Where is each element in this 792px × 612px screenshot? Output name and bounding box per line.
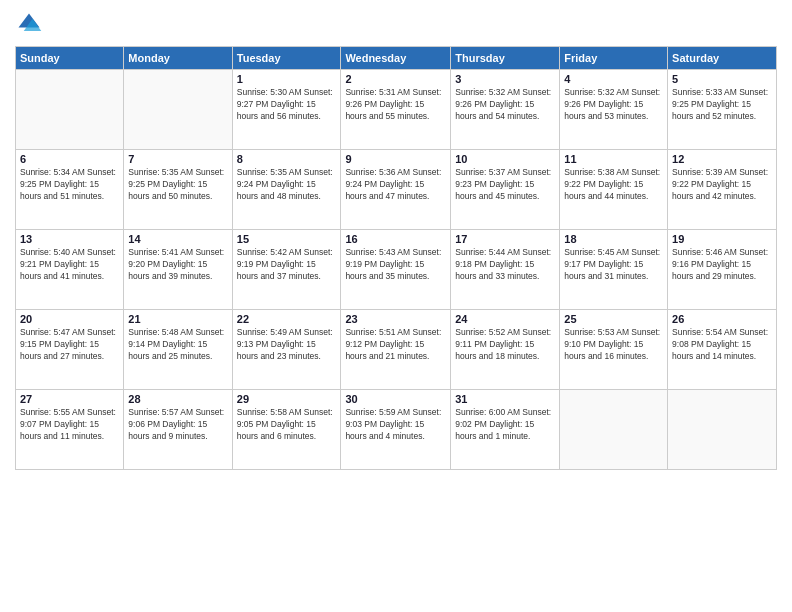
day-info: Sunrise: 5:34 AM Sunset: 9:25 PM Dayligh… <box>20 167 119 203</box>
logo <box>15 10 47 38</box>
calendar-cell: 10Sunrise: 5:37 AM Sunset: 9:23 PM Dayli… <box>451 150 560 230</box>
calendar-cell: 13Sunrise: 5:40 AM Sunset: 9:21 PM Dayli… <box>16 230 124 310</box>
day-info: Sunrise: 5:39 AM Sunset: 9:22 PM Dayligh… <box>672 167 772 203</box>
calendar-weekday-wednesday: Wednesday <box>341 47 451 70</box>
day-number: 21 <box>128 313 227 325</box>
calendar-weekday-tuesday: Tuesday <box>232 47 341 70</box>
day-number: 22 <box>237 313 337 325</box>
calendar-cell: 19Sunrise: 5:46 AM Sunset: 9:16 PM Dayli… <box>668 230 777 310</box>
day-info: Sunrise: 5:44 AM Sunset: 9:18 PM Dayligh… <box>455 247 555 283</box>
day-number: 4 <box>564 73 663 85</box>
day-number: 24 <box>455 313 555 325</box>
calendar-cell <box>560 390 668 470</box>
calendar-cell: 23Sunrise: 5:51 AM Sunset: 9:12 PM Dayli… <box>341 310 451 390</box>
day-number: 9 <box>345 153 446 165</box>
day-number: 10 <box>455 153 555 165</box>
calendar-weekday-sunday: Sunday <box>16 47 124 70</box>
calendar-cell: 21Sunrise: 5:48 AM Sunset: 9:14 PM Dayli… <box>124 310 232 390</box>
calendar-cell: 27Sunrise: 5:55 AM Sunset: 9:07 PM Dayli… <box>16 390 124 470</box>
calendar-cell: 9Sunrise: 5:36 AM Sunset: 9:24 PM Daylig… <box>341 150 451 230</box>
day-number: 3 <box>455 73 555 85</box>
logo-icon <box>15 10 43 38</box>
calendar-cell: 12Sunrise: 5:39 AM Sunset: 9:22 PM Dayli… <box>668 150 777 230</box>
day-info: Sunrise: 5:47 AM Sunset: 9:15 PM Dayligh… <box>20 327 119 363</box>
day-number: 8 <box>237 153 337 165</box>
calendar-week-row: 20Sunrise: 5:47 AM Sunset: 9:15 PM Dayli… <box>16 310 777 390</box>
calendar-cell: 7Sunrise: 5:35 AM Sunset: 9:25 PM Daylig… <box>124 150 232 230</box>
day-info: Sunrise: 5:46 AM Sunset: 9:16 PM Dayligh… <box>672 247 772 283</box>
calendar-week-row: 13Sunrise: 5:40 AM Sunset: 9:21 PM Dayli… <box>16 230 777 310</box>
day-number: 28 <box>128 393 227 405</box>
day-number: 29 <box>237 393 337 405</box>
day-number: 26 <box>672 313 772 325</box>
calendar-cell: 5Sunrise: 5:33 AM Sunset: 9:25 PM Daylig… <box>668 70 777 150</box>
calendar-cell: 4Sunrise: 5:32 AM Sunset: 9:26 PM Daylig… <box>560 70 668 150</box>
day-number: 23 <box>345 313 446 325</box>
day-number: 15 <box>237 233 337 245</box>
calendar-cell: 18Sunrise: 5:45 AM Sunset: 9:17 PM Dayli… <box>560 230 668 310</box>
day-info: Sunrise: 5:58 AM Sunset: 9:05 PM Dayligh… <box>237 407 337 443</box>
calendar-cell: 11Sunrise: 5:38 AM Sunset: 9:22 PM Dayli… <box>560 150 668 230</box>
day-number: 31 <box>455 393 555 405</box>
day-info: Sunrise: 6:00 AM Sunset: 9:02 PM Dayligh… <box>455 407 555 443</box>
calendar-cell: 25Sunrise: 5:53 AM Sunset: 9:10 PM Dayli… <box>560 310 668 390</box>
day-number: 17 <box>455 233 555 245</box>
calendar-week-row: 6Sunrise: 5:34 AM Sunset: 9:25 PM Daylig… <box>16 150 777 230</box>
calendar-weekday-monday: Monday <box>124 47 232 70</box>
calendar-cell <box>124 70 232 150</box>
calendar-cell: 1Sunrise: 5:30 AM Sunset: 9:27 PM Daylig… <box>232 70 341 150</box>
day-info: Sunrise: 5:55 AM Sunset: 9:07 PM Dayligh… <box>20 407 119 443</box>
calendar-cell: 16Sunrise: 5:43 AM Sunset: 9:19 PM Dayli… <box>341 230 451 310</box>
day-number: 19 <box>672 233 772 245</box>
day-info: Sunrise: 5:40 AM Sunset: 9:21 PM Dayligh… <box>20 247 119 283</box>
day-number: 13 <box>20 233 119 245</box>
day-info: Sunrise: 5:53 AM Sunset: 9:10 PM Dayligh… <box>564 327 663 363</box>
day-number: 11 <box>564 153 663 165</box>
day-info: Sunrise: 5:54 AM Sunset: 9:08 PM Dayligh… <box>672 327 772 363</box>
day-info: Sunrise: 5:32 AM Sunset: 9:26 PM Dayligh… <box>564 87 663 123</box>
calendar-cell: 22Sunrise: 5:49 AM Sunset: 9:13 PM Dayli… <box>232 310 341 390</box>
day-number: 7 <box>128 153 227 165</box>
day-info: Sunrise: 5:48 AM Sunset: 9:14 PM Dayligh… <box>128 327 227 363</box>
day-number: 18 <box>564 233 663 245</box>
day-info: Sunrise: 5:45 AM Sunset: 9:17 PM Dayligh… <box>564 247 663 283</box>
calendar-cell <box>668 390 777 470</box>
calendar-cell: 2Sunrise: 5:31 AM Sunset: 9:26 PM Daylig… <box>341 70 451 150</box>
page-header <box>15 10 777 38</box>
calendar-cell: 6Sunrise: 5:34 AM Sunset: 9:25 PM Daylig… <box>16 150 124 230</box>
day-info: Sunrise: 5:32 AM Sunset: 9:26 PM Dayligh… <box>455 87 555 123</box>
calendar-cell: 17Sunrise: 5:44 AM Sunset: 9:18 PM Dayli… <box>451 230 560 310</box>
calendar-weekday-thursday: Thursday <box>451 47 560 70</box>
calendar-weekday-friday: Friday <box>560 47 668 70</box>
day-info: Sunrise: 5:59 AM Sunset: 9:03 PM Dayligh… <box>345 407 446 443</box>
day-info: Sunrise: 5:57 AM Sunset: 9:06 PM Dayligh… <box>128 407 227 443</box>
calendar-cell: 30Sunrise: 5:59 AM Sunset: 9:03 PM Dayli… <box>341 390 451 470</box>
calendar-cell: 24Sunrise: 5:52 AM Sunset: 9:11 PM Dayli… <box>451 310 560 390</box>
calendar-cell: 26Sunrise: 5:54 AM Sunset: 9:08 PM Dayli… <box>668 310 777 390</box>
calendar-cell: 3Sunrise: 5:32 AM Sunset: 9:26 PM Daylig… <box>451 70 560 150</box>
calendar-cell <box>16 70 124 150</box>
day-info: Sunrise: 5:31 AM Sunset: 9:26 PM Dayligh… <box>345 87 446 123</box>
day-number: 6 <box>20 153 119 165</box>
calendar-weekday-saturday: Saturday <box>668 47 777 70</box>
calendar-cell: 20Sunrise: 5:47 AM Sunset: 9:15 PM Dayli… <box>16 310 124 390</box>
calendar-week-row: 27Sunrise: 5:55 AM Sunset: 9:07 PM Dayli… <box>16 390 777 470</box>
day-info: Sunrise: 5:33 AM Sunset: 9:25 PM Dayligh… <box>672 87 772 123</box>
calendar-header-row: SundayMondayTuesdayWednesdayThursdayFrid… <box>16 47 777 70</box>
day-number: 25 <box>564 313 663 325</box>
day-info: Sunrise: 5:43 AM Sunset: 9:19 PM Dayligh… <box>345 247 446 283</box>
calendar-cell: 31Sunrise: 6:00 AM Sunset: 9:02 PM Dayli… <box>451 390 560 470</box>
day-info: Sunrise: 5:41 AM Sunset: 9:20 PM Dayligh… <box>128 247 227 283</box>
day-number: 14 <box>128 233 227 245</box>
day-number: 16 <box>345 233 446 245</box>
calendar-week-row: 1Sunrise: 5:30 AM Sunset: 9:27 PM Daylig… <box>16 70 777 150</box>
day-number: 27 <box>20 393 119 405</box>
day-number: 12 <box>672 153 772 165</box>
day-info: Sunrise: 5:49 AM Sunset: 9:13 PM Dayligh… <box>237 327 337 363</box>
day-number: 20 <box>20 313 119 325</box>
calendar-cell: 8Sunrise: 5:35 AM Sunset: 9:24 PM Daylig… <box>232 150 341 230</box>
calendar-table: SundayMondayTuesdayWednesdayThursdayFrid… <box>15 46 777 470</box>
day-info: Sunrise: 5:42 AM Sunset: 9:19 PM Dayligh… <box>237 247 337 283</box>
calendar-cell: 15Sunrise: 5:42 AM Sunset: 9:19 PM Dayli… <box>232 230 341 310</box>
day-number: 2 <box>345 73 446 85</box>
